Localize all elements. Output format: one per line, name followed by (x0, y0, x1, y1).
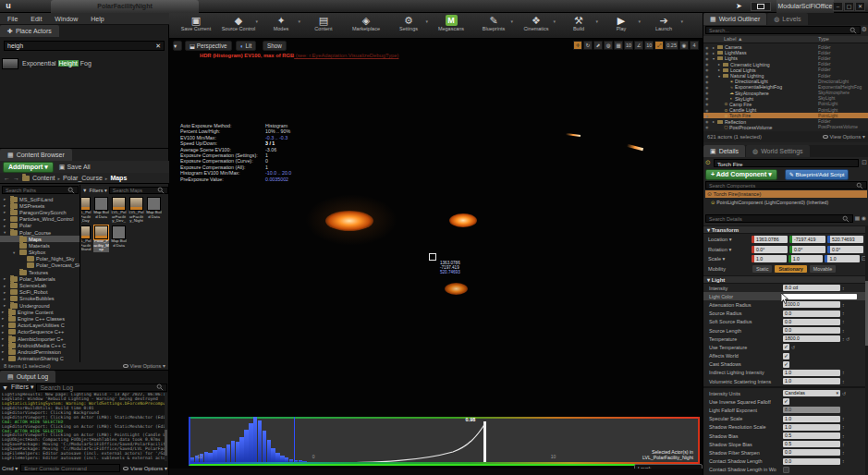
folder-tree-item[interactable]: ▸ ActorLayerUtilities C (0, 323, 80, 329)
visibility-eye-icon[interactable]: ◉ (705, 125, 709, 129)
property-value[interactable]: 1.0 (783, 370, 840, 376)
toolbar-button[interactable]: ⚒ Build ▾ (557, 13, 600, 38)
toolbar-button[interactable]: ▤ Content (302, 13, 345, 38)
property-value[interactable]: 1.0 (783, 378, 840, 384)
save-all-button[interactable]: ▣ Save All (59, 164, 91, 171)
visibility-eye-icon[interactable]: ◉ (705, 114, 709, 118)
reset-icon[interactable]: ↕ ↺ (842, 336, 850, 342)
visibility-eye-icon[interactable]: ◉ (705, 85, 709, 90)
asset-tile[interactable]: Map Build Data (146, 197, 162, 224)
property-value[interactable]: ✓ (783, 344, 789, 350)
folder-tree-item[interactable]: Polar_Night_Sky (0, 256, 80, 262)
reset-icon[interactable]: ↕ (842, 286, 845, 291)
reset-icon[interactable]: ↕ (842, 433, 845, 439)
outliner-row[interactable]: ◉ ▢ PostProcessVolume PostProcessVolume (703, 125, 868, 130)
folder-tree-item[interactable]: ▸ SmokeBubbles (0, 296, 80, 302)
viewport-tool-button[interactable]: ◉ (679, 41, 689, 50)
folder-tree-item[interactable]: Textures (0, 269, 80, 275)
rotation-x-field[interactable]: 0.0° (752, 246, 788, 253)
reset-icon[interactable]: ↺ (791, 345, 795, 350)
lock-icon[interactable]: ⊡ (862, 159, 867, 166)
filter-icon[interactable]: ▼ (82, 188, 87, 193)
level-viewport[interactable]: ▾ ⬓ Perspective ◐ Lit Show ✛ ↻ ⬈ ◍ ▦ 10 … (169, 39, 703, 469)
rotation-z-field[interactable]: 0.0° (827, 246, 863, 253)
toolbar-button[interactable]: ❖ Cinematics ▾ (515, 13, 557, 38)
cmd-dropdown[interactable]: Cmd ▾ (2, 465, 18, 471)
property-value[interactable]: 8.0 (783, 407, 840, 413)
folder-tree-item[interactable]: ▸ SciFi_Robot (0, 289, 80, 296)
asset-tile[interactable]: LVL_PolarFacility_Standard (81, 225, 92, 252)
search-assets-input[interactable]: Search Maps (109, 187, 168, 194)
add-import-button[interactable]: Add/Import ▾ (3, 162, 54, 173)
search-paths-input[interactable]: Search Paths (2, 186, 79, 194)
place-actors-result-row[interactable]: Exponential Height Fog (2, 56, 166, 70)
tab-world-outliner[interactable]: ▦World Outliner (703, 13, 766, 25)
location-z-field[interactable]: 520.74693 (827, 236, 863, 243)
light-section-header[interactable]: ▾ Light (703, 275, 868, 284)
reset-icon[interactable]: ↺ (842, 391, 846, 396)
tab-levels[interactable]: ◍Levels (767, 13, 807, 25)
property-value[interactable]: 1800.0 (783, 335, 840, 342)
property-value[interactable]: 1000.0 (783, 301, 840, 308)
folder-tree-item[interactable]: ▸ Engine Content (0, 309, 80, 315)
gear-icon[interactable]: ⚙ (862, 26, 867, 33)
toolbar-button[interactable]: ◈ Marketplace (345, 13, 387, 38)
asset-tile[interactable]: LVL_PolarFacility_Day (81, 197, 92, 224)
reset-icon[interactable]: ↕ (842, 416, 845, 421)
toolbar-button[interactable]: ◆ Source Control ▾ (217, 13, 260, 38)
filter-icon[interactable]: ▼ (2, 384, 8, 391)
folder-tree-item[interactable]: Materials (0, 242, 80, 249)
reset-icon[interactable]: ↕ (842, 424, 845, 430)
visibility-eye-icon[interactable]: ◉ (705, 62, 709, 67)
folder-tree-item[interactable]: ▸ MS_SciFiLand (0, 196, 80, 202)
view-options-button[interactable]: View Options ▾ (823, 134, 865, 140)
property-value[interactable]: 1.0 (783, 424, 840, 431)
view-options-button[interactable]: View Options ▾ (123, 465, 167, 471)
visibility-eye-icon[interactable]: ◉ (705, 91, 709, 95)
visibility-eye-icon[interactable]: ◉ (705, 74, 709, 79)
actor-name-input[interactable]: Torch Fire (714, 159, 859, 167)
folder-tree-item[interactable]: ▸ ActorSequence C++ (0, 329, 80, 335)
view-mode-button[interactable]: ◐ Lit (236, 41, 256, 51)
visibility-eye-icon[interactable]: ◉ (705, 119, 709, 124)
property-value[interactable]: ✓ (783, 361, 789, 368)
visibility-eye-icon[interactable]: ◉ (705, 108, 709, 113)
visibility-eye-icon[interactable]: ◉ (705, 67, 709, 72)
reset-icon[interactable]: ↕ (842, 302, 845, 308)
outliner-search-input[interactable]: Search... (705, 26, 861, 34)
transform-section-header[interactable]: ▾ Transform (703, 225, 868, 234)
viewport-tool-button[interactable]: ⤢ (654, 41, 664, 50)
viewport-options-dropdown[interactable]: ▾ (173, 41, 182, 51)
reset-icon[interactable]: ↕ (842, 442, 845, 447)
back-icon[interactable]: ← (4, 175, 10, 181)
folder-tree-item[interactable]: ▸ MSPresets (0, 202, 80, 209)
asset-tile[interactable]: LVL_PolarFacility_Night (128, 197, 144, 224)
reset-icon[interactable]: ↕ (842, 370, 845, 375)
search-components-input[interactable]: Search Components (705, 181, 867, 189)
asset-tile[interactable]: Map Build Data (93, 197, 109, 224)
perspective-button[interactable]: ⬓ Perspective (185, 41, 232, 51)
blueprint-add-script-button[interactable]: ✎ Blueprint/Add Script (785, 169, 850, 180)
property-value[interactable]: 0.0 (783, 319, 840, 325)
visibility-eye-icon[interactable]: ◉ (705, 102, 709, 106)
reset-icon[interactable]: ↕ (842, 328, 845, 334)
content-browser-tab[interactable]: ▦ Content Browser (0, 149, 72, 161)
folder-tree-item[interactable]: ▸ Particles_Wind_Control (0, 216, 80, 223)
search-log-input[interactable]: Search Log (36, 384, 167, 392)
tab-details[interactable]: ▣Details (703, 145, 745, 157)
menu-item[interactable]: Help (91, 16, 104, 22)
folder-tree-item[interactable]: ▸ AlembicImporter C+ (0, 335, 80, 342)
property-value[interactable]: 0.0 (783, 327, 840, 334)
viewport-tool-button[interactable]: 4 (690, 41, 699, 50)
asset-tile[interactable]: LVL_PolarFacility_Dev_Build (111, 197, 127, 224)
maximize-button[interactable]: ▢ (844, 2, 854, 11)
property-value[interactable] (783, 294, 857, 299)
folder-tree-item[interactable]: ▸ AndroidMedia C++ C (0, 342, 80, 348)
menu-item[interactable]: Edit (31, 16, 42, 22)
log-scrollbar[interactable] (165, 393, 167, 461)
viewport-tool-button[interactable]: ↻ (583, 41, 593, 50)
visibility-eye-icon[interactable]: ◉ (705, 56, 709, 61)
property-value[interactable]: ✓ (783, 353, 789, 359)
property-value[interactable] (783, 467, 789, 473)
toolbar-button[interactable]: ➔ Launch ▾ (642, 13, 685, 38)
